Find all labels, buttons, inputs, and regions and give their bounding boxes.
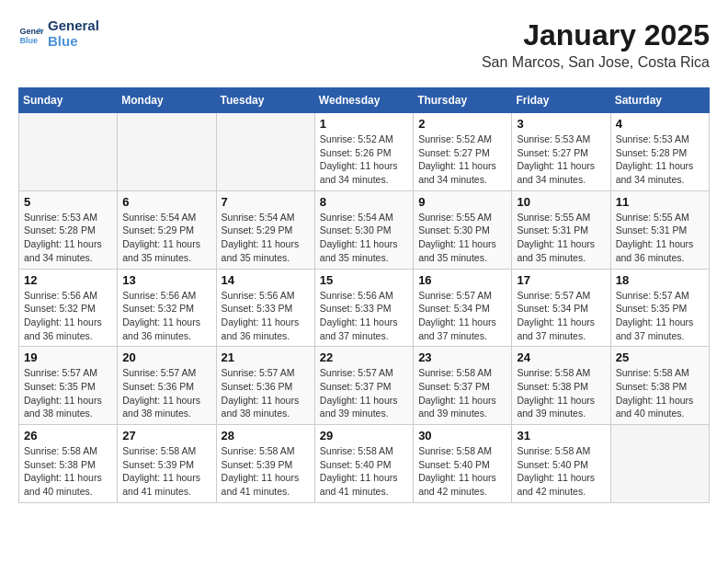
day-info: Sunrise: 5:55 AMSunset: 5:31 PMDaylight:… [517, 211, 605, 265]
day-number: 23 [418, 350, 506, 364]
calendar-cell: 7Sunrise: 5:54 AMSunset: 5:29 PMDaylight… [216, 190, 314, 269]
calendar-cell: 12Sunrise: 5:56 AMSunset: 5:32 PMDayligh… [19, 269, 118, 347]
calendar-cell: 21Sunrise: 5:57 AMSunset: 5:36 PMDayligh… [216, 347, 314, 425]
day-number: 4 [616, 117, 704, 131]
day-number: 26 [24, 429, 112, 442]
calendar-cell [118, 113, 216, 191]
calendar-cell: 11Sunrise: 5:55 AMSunset: 5:31 PMDayligh… [610, 190, 709, 269]
calendar-header-wednesday: Wednesday [314, 88, 413, 113]
day-info: Sunrise: 5:57 AMSunset: 5:34 PMDaylight:… [418, 289, 506, 343]
page-title: January 2025 [482, 18, 710, 52]
day-info: Sunrise: 5:58 AMSunset: 5:40 PMDaylight:… [517, 444, 605, 499]
calendar-cell: 10Sunrise: 5:55 AMSunset: 5:31 PMDayligh… [512, 190, 610, 269]
day-number: 13 [122, 273, 210, 287]
svg-text:General: General [19, 27, 44, 36]
calendar-cell: 13Sunrise: 5:56 AMSunset: 5:32 PMDayligh… [118, 269, 216, 347]
day-number: 29 [320, 429, 408, 442]
calendar-cell: 23Sunrise: 5:58 AMSunset: 5:37 PMDayligh… [414, 347, 512, 425]
calendar-week-5: 26Sunrise: 5:58 AMSunset: 5:38 PMDayligh… [19, 425, 710, 503]
day-info: Sunrise: 5:55 AMSunset: 5:31 PMDaylight:… [616, 211, 704, 265]
day-number: 7 [222, 195, 310, 209]
calendar-cell: 28Sunrise: 5:58 AMSunset: 5:39 PMDayligh… [216, 425, 314, 503]
page-subtitle: San Marcos, San Jose, Costa Rica [482, 54, 710, 71]
calendar-cell: 29Sunrise: 5:58 AMSunset: 5:40 PMDayligh… [314, 425, 413, 503]
day-number: 5 [24, 195, 112, 209]
calendar-cell: 9Sunrise: 5:55 AMSunset: 5:30 PMDaylight… [414, 190, 512, 269]
day-info: Sunrise: 5:56 AMSunset: 5:32 PMDaylight:… [24, 289, 112, 343]
day-info: Sunrise: 5:57 AMSunset: 5:36 PMDaylight:… [222, 366, 310, 420]
day-number: 12 [24, 273, 112, 287]
calendar-header-thursday: Thursday [414, 88, 512, 113]
day-number: 9 [418, 195, 506, 209]
calendar-cell: 22Sunrise: 5:57 AMSunset: 5:37 PMDayligh… [314, 347, 413, 425]
day-number: 11 [616, 195, 704, 209]
day-info: Sunrise: 5:58 AMSunset: 5:38 PMDaylight:… [616, 366, 704, 420]
day-info: Sunrise: 5:56 AMSunset: 5:33 PMDaylight:… [222, 289, 310, 343]
title-block: January 2025 San Marcos, San Jose, Costa… [482, 18, 710, 80]
logo: General Blue General Blue [18, 18, 99, 49]
calendar-cell: 24Sunrise: 5:58 AMSunset: 5:38 PMDayligh… [512, 347, 610, 425]
day-number: 25 [616, 350, 704, 364]
day-info: Sunrise: 5:54 AMSunset: 5:29 PMDaylight:… [122, 211, 210, 265]
day-number: 16 [418, 273, 506, 287]
calendar-cell: 18Sunrise: 5:57 AMSunset: 5:35 PMDayligh… [610, 269, 709, 347]
calendar-header-monday: Monday [118, 88, 216, 113]
calendar-week-3: 12Sunrise: 5:56 AMSunset: 5:32 PMDayligh… [19, 269, 710, 347]
day-number: 14 [222, 273, 310, 287]
calendar-cell [216, 113, 314, 191]
logo-icon: General Blue [18, 21, 44, 47]
calendar-cell [19, 113, 118, 191]
calendar-cell: 17Sunrise: 5:57 AMSunset: 5:34 PMDayligh… [512, 269, 610, 347]
calendar-cell: 27Sunrise: 5:58 AMSunset: 5:39 PMDayligh… [118, 425, 216, 503]
day-info: Sunrise: 5:56 AMSunset: 5:33 PMDaylight:… [320, 289, 408, 343]
logo-line2: Blue [48, 34, 99, 50]
calendar-cell: 25Sunrise: 5:58 AMSunset: 5:38 PMDayligh… [610, 347, 709, 425]
calendar-cell: 1Sunrise: 5:52 AMSunset: 5:26 PMDaylight… [314, 113, 413, 191]
day-number: 27 [122, 429, 210, 442]
day-number: 20 [122, 350, 210, 364]
day-info: Sunrise: 5:58 AMSunset: 5:39 PMDaylight:… [122, 444, 210, 499]
calendar-header-sunday: Sunday [19, 88, 118, 113]
day-info: Sunrise: 5:56 AMSunset: 5:32 PMDaylight:… [122, 289, 210, 343]
calendar-cell: 4Sunrise: 5:53 AMSunset: 5:28 PMDaylight… [610, 113, 709, 191]
calendar-cell: 20Sunrise: 5:57 AMSunset: 5:36 PMDayligh… [118, 347, 216, 425]
calendar-cell: 15Sunrise: 5:56 AMSunset: 5:33 PMDayligh… [314, 269, 413, 347]
calendar-cell: 14Sunrise: 5:56 AMSunset: 5:33 PMDayligh… [216, 269, 314, 347]
day-number: 30 [418, 429, 506, 442]
calendar-table: SundayMondayTuesdayWednesdayThursdayFrid… [18, 87, 710, 503]
day-info: Sunrise: 5:58 AMSunset: 5:37 PMDaylight:… [418, 366, 506, 420]
day-number: 6 [122, 195, 210, 209]
day-info: Sunrise: 5:57 AMSunset: 5:34 PMDaylight:… [517, 289, 605, 343]
day-info: Sunrise: 5:58 AMSunset: 5:40 PMDaylight:… [320, 444, 408, 499]
calendar-header-friday: Friday [512, 88, 610, 113]
day-info: Sunrise: 5:52 AMSunset: 5:26 PMDaylight:… [320, 132, 408, 187]
calendar-cell: 26Sunrise: 5:58 AMSunset: 5:38 PMDayligh… [19, 425, 118, 503]
calendar-cell: 5Sunrise: 5:53 AMSunset: 5:28 PMDaylight… [19, 190, 118, 269]
day-info: Sunrise: 5:58 AMSunset: 5:38 PMDaylight:… [517, 366, 605, 420]
day-info: Sunrise: 5:54 AMSunset: 5:30 PMDaylight:… [320, 211, 408, 265]
calendar-header-saturday: Saturday [610, 88, 709, 113]
calendar-cell: 8Sunrise: 5:54 AMSunset: 5:30 PMDaylight… [314, 190, 413, 269]
day-info: Sunrise: 5:53 AMSunset: 5:28 PMDaylight:… [24, 211, 112, 265]
calendar-cell: 16Sunrise: 5:57 AMSunset: 5:34 PMDayligh… [414, 269, 512, 347]
day-number: 2 [418, 117, 506, 131]
day-number: 3 [517, 117, 605, 131]
day-info: Sunrise: 5:53 AMSunset: 5:27 PMDaylight:… [517, 132, 605, 187]
calendar-week-1: 1Sunrise: 5:52 AMSunset: 5:26 PMDaylight… [19, 113, 710, 191]
calendar-header-row: SundayMondayTuesdayWednesdayThursdayFrid… [19, 88, 710, 113]
day-number: 31 [517, 429, 605, 442]
calendar-cell: 6Sunrise: 5:54 AMSunset: 5:29 PMDaylight… [118, 190, 216, 269]
day-info: Sunrise: 5:57 AMSunset: 5:36 PMDaylight:… [122, 366, 210, 420]
day-number: 24 [517, 350, 605, 364]
day-number: 18 [616, 273, 704, 287]
day-info: Sunrise: 5:55 AMSunset: 5:30 PMDaylight:… [418, 211, 506, 265]
logo-line1: General [48, 18, 99, 34]
calendar-cell: 3Sunrise: 5:53 AMSunset: 5:27 PMDaylight… [512, 113, 610, 191]
day-info: Sunrise: 5:57 AMSunset: 5:37 PMDaylight:… [320, 366, 408, 420]
calendar-cell: 2Sunrise: 5:52 AMSunset: 5:27 PMDaylight… [414, 113, 512, 191]
calendar-cell [610, 425, 709, 503]
day-number: 21 [222, 350, 310, 364]
calendar-week-2: 5Sunrise: 5:53 AMSunset: 5:28 PMDaylight… [19, 190, 710, 269]
day-number: 19 [24, 350, 112, 364]
calendar-header-tuesday: Tuesday [216, 88, 314, 113]
